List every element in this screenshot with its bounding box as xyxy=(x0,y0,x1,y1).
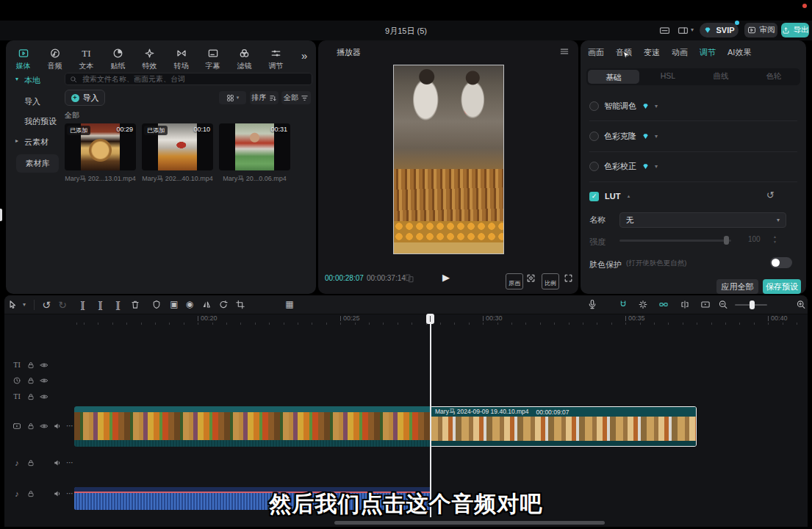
ribbon-filters[interactable]: 滤镜 xyxy=(229,43,260,71)
sidebar-item-asset-library[interactable]: 素材库 xyxy=(16,154,59,173)
export-button[interactable]: 导出 xyxy=(781,23,809,37)
playhead-line[interactable] xyxy=(430,324,431,517)
save-preset-button[interactable]: 保存预设 xyxy=(763,279,801,294)
focus-button-icon[interactable] xyxy=(526,273,536,283)
row-chevron-icon[interactable]: ▾ xyxy=(655,133,658,140)
search-bar[interactable] xyxy=(65,73,312,85)
delete-left-icon[interactable]: ][ xyxy=(98,301,102,309)
ribbon-audio[interactable]: 音频 xyxy=(39,43,71,71)
color-correction-toggle[interactable] xyxy=(589,162,599,171)
tab-speed[interactable]: 变速 xyxy=(644,47,660,58)
lock-icon[interactable] xyxy=(27,361,35,370)
sidebar-item-import[interactable]: 导入 xyxy=(24,96,40,107)
ribbon-sticker[interactable]: 贴纸 xyxy=(102,43,134,71)
local-caret-icon[interactable]: ▾ xyxy=(15,76,18,82)
timeline-zoom-slider[interactable] xyxy=(735,304,767,306)
zoom-slider-knob[interactable] xyxy=(750,301,755,309)
lock-icon[interactable] xyxy=(27,459,35,467)
sidebar-item-my-presets[interactable]: 我的预设 xyxy=(24,116,57,127)
frame-pages-icon[interactable] xyxy=(404,273,414,284)
review-button[interactable]: 审阅 xyxy=(744,23,777,37)
tab-adjust[interactable]: 调节 xyxy=(700,47,716,58)
lut-checkbox[interactable]: ✓ xyxy=(589,192,599,201)
ribbon-more-icon[interactable]: » xyxy=(301,49,307,62)
eye-icon[interactable] xyxy=(40,392,48,401)
svip-button[interactable]: SVIP xyxy=(700,23,739,37)
lut-collapse-icon[interactable]: ▲ xyxy=(626,194,630,198)
ribbon-media[interactable]: 媒体 xyxy=(7,43,39,71)
crop-icon[interactable] xyxy=(236,300,245,309)
filter-button[interactable]: 全部 xyxy=(281,91,311,104)
sidebar-item-cloud-assets[interactable]: 云素材 xyxy=(24,137,48,148)
delete-right-icon[interactable]: ][ xyxy=(116,301,120,309)
split-icon[interactable]: ][ xyxy=(81,301,85,309)
ribbon-effects[interactable]: 特效 xyxy=(134,43,165,71)
select-tool-icon[interactable] xyxy=(7,300,18,310)
subtab-basic[interactable]: 基础 xyxy=(588,70,639,84)
skin-protect-toggle[interactable] xyxy=(770,257,792,268)
main-track-magnet-icon[interactable] xyxy=(680,300,690,309)
player-menu-icon[interactable] xyxy=(559,46,570,57)
layout-panel-icon[interactable] xyxy=(677,25,689,36)
playhead-handle[interactable] xyxy=(426,314,434,324)
subtab-color-wheel[interactable]: 色轮 xyxy=(747,71,800,82)
search-input[interactable] xyxy=(81,74,307,84)
mute-icon[interactable] xyxy=(53,458,62,467)
row-color-clone[interactable]: 色彩克隆 ▾ xyxy=(589,131,797,141)
ribbon-transition[interactable]: 转场 xyxy=(165,43,197,71)
lut-reset-icon[interactable]: ↺ xyxy=(766,190,775,201)
cloud-caret-icon[interactable]: ▸ xyxy=(15,137,18,144)
zoom-out-icon[interactable] xyxy=(719,300,728,309)
track-more-icon[interactable]: ⋯ xyxy=(66,459,73,467)
left-edge-handle[interactable] xyxy=(0,209,2,221)
timeline-ruler[interactable]: 00:20 00:25 00:30 00:35 00:40 xyxy=(4,314,808,327)
lock-icon[interactable] xyxy=(27,422,35,431)
record-voice-icon[interactable] xyxy=(587,299,597,309)
sidebar-item-local[interactable]: 本地 xyxy=(24,75,40,86)
quality-button[interactable]: 原画 xyxy=(506,273,523,289)
video-clip[interactable] xyxy=(74,406,430,447)
mask-icon[interactable] xyxy=(152,300,162,309)
subtab-hsl[interactable]: HSL xyxy=(642,71,694,80)
linkage-icon[interactable] xyxy=(639,300,648,309)
row-color-correction[interactable]: 色彩校正 ▾ xyxy=(589,161,797,171)
row-chevron-icon[interactable]: ▾ xyxy=(655,103,658,109)
selected-video-clip[interactable]: Mary马 2024-09-09 19.40.10.mp4 00:00:09:0… xyxy=(430,406,697,447)
select-tool-chevron-icon[interactable]: ▾ xyxy=(23,302,26,308)
shortcut-panel-icon[interactable] xyxy=(658,25,671,36)
delete-icon[interactable] xyxy=(131,300,140,309)
import-button[interactable]: + 导入 xyxy=(65,90,105,106)
undo-icon[interactable]: ↺ xyxy=(42,300,51,310)
smart-color-toggle[interactable] xyxy=(589,101,599,111)
ribbon-captions[interactable]: 字幕 xyxy=(197,43,229,71)
lock-icon[interactable] xyxy=(27,393,35,401)
zoom-in-icon[interactable] xyxy=(797,300,806,309)
sort-button[interactable]: 排序 xyxy=(250,91,279,104)
freeze-frame-icon[interactable]: ▣ xyxy=(170,300,178,309)
media-item[interactable]: 已添加 00:10 Mary马 202...40.10.mp4 xyxy=(142,123,213,184)
track-more-icon[interactable]: ⋯ xyxy=(66,422,73,430)
ribbon-adjust[interactable]: 调节 xyxy=(260,43,292,71)
tab-animation[interactable]: 动画 xyxy=(672,47,688,58)
eye-icon[interactable] xyxy=(40,376,48,385)
row-smart-color[interactable]: 智能调色 ▾ xyxy=(589,101,797,111)
strength-slider-knob[interactable] xyxy=(724,236,729,245)
eye-icon[interactable] xyxy=(40,422,48,431)
tab-picture[interactable]: 画面 xyxy=(588,47,604,58)
media-item[interactable]: 已添加 00:29 Mary马 202...13.01.mp4 xyxy=(65,123,136,184)
video-preview[interactable] xyxy=(393,65,504,254)
apply-all-button[interactable]: 应用全部 xyxy=(716,279,758,294)
ribbon-text[interactable]: TI 文本 xyxy=(71,43,102,71)
rotate-icon[interactable] xyxy=(219,300,229,309)
timeline-scrollbar[interactable] xyxy=(334,521,605,525)
tab-ai-effects[interactable]: AI效果 xyxy=(727,47,751,58)
cover-preview-icon[interactable] xyxy=(700,300,711,309)
snap-icon[interactable] xyxy=(618,300,628,309)
lut-name-select[interactable]: 无 ▾ xyxy=(619,212,786,228)
reverse-icon[interactable]: ◉ xyxy=(186,300,193,309)
strength-slider-track[interactable] xyxy=(619,240,731,242)
subtab-curves[interactable]: 曲线 xyxy=(694,71,747,82)
ratio-button[interactable]: 比例 xyxy=(542,273,559,289)
layout-chevron-icon[interactable]: ▾ xyxy=(691,26,694,33)
extract-frame-icon[interactable]: ▦ xyxy=(285,300,293,309)
